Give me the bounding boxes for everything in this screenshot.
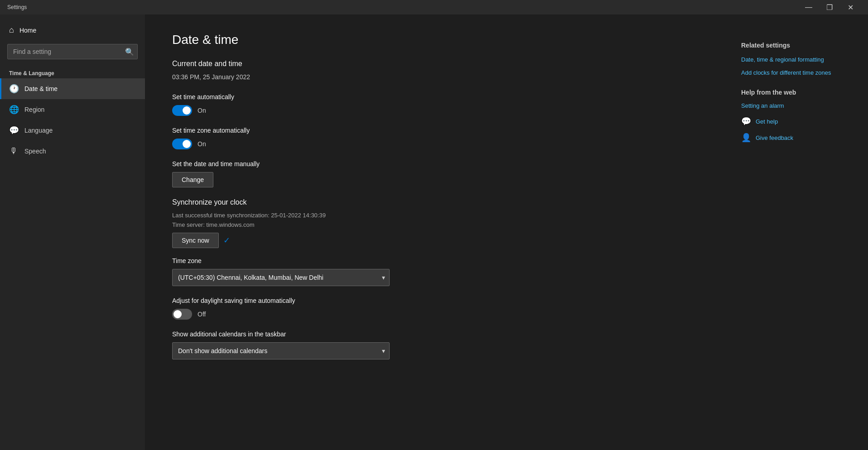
clock-icon: 🕐	[9, 84, 18, 94]
search-input[interactable]	[7, 44, 138, 59]
sync-now-button[interactable]: Sync now	[172, 233, 219, 248]
language-icon: 💬	[9, 125, 18, 135]
sidebar-item-speech[interactable]: 🎙 Speech	[0, 141, 145, 161]
sidebar: ⌂ Home 🔍 Time & Language 🕐 Date & time 🌐…	[0, 14, 145, 450]
right-panel: Related settings Date, time & regional f…	[723, 14, 868, 450]
sync-check-icon: ✓	[223, 235, 230, 245]
section-current-title: Current date and time	[172, 60, 696, 68]
toggle-thumb-2	[183, 140, 191, 148]
change-button[interactable]: Change	[172, 172, 213, 187]
app-body: ⌂ Home 🔍 Time & Language 🕐 Date & time 🌐…	[0, 14, 868, 450]
sync-server: Time server: time.windows.com	[172, 221, 696, 228]
toggle-thumb	[183, 106, 191, 115]
change-row: Change	[172, 172, 696, 187]
sync-title: Synchronize your clock	[172, 198, 696, 206]
set-time-auto-toggle[interactable]	[172, 105, 192, 116]
globe-icon: 🌐	[9, 105, 18, 115]
main-content: Date & time Current date and time 03:36 …	[145, 14, 723, 450]
sidebar-category: Time & Language	[0, 67, 145, 78]
set-timezone-auto-row: On	[172, 139, 696, 149]
sidebar-item-date-time[interactable]: 🕐 Date & time	[0, 78, 145, 99]
app-title: Settings	[7, 4, 27, 10]
search-icon[interactable]: 🔍	[125, 48, 134, 56]
get-help-text: Get help	[756, 118, 778, 125]
sidebar-item-label-speech: Speech	[24, 148, 46, 155]
home-icon: ⌂	[9, 25, 14, 35]
sidebar-item-language[interactable]: 💬 Language	[0, 120, 145, 141]
timezone-dropdown-wrap: (UTC+05:30) Chennai, Kolkata, Mumbai, Ne…	[172, 269, 390, 286]
toggle-thumb-3	[174, 310, 182, 318]
give-feedback-link-row[interactable]: 👤 Give feedback	[741, 133, 850, 143]
timezone-label: Time zone	[172, 257, 696, 264]
close-button[interactable]: ✕	[840, 0, 861, 14]
restore-button[interactable]: ❐	[819, 0, 840, 14]
additional-cal-dropdown-wrap: Don't show additional calendarsSimplifie…	[172, 342, 390, 359]
titlebar: Settings — ❐ ✕	[0, 0, 868, 14]
help-link-alarm[interactable]: Setting an alarm	[741, 102, 850, 109]
set-manual-label: Set the date and time manually	[172, 160, 696, 168]
daylight-state: Off	[198, 311, 206, 318]
feedback-icon: 👤	[741, 133, 751, 143]
search-container: 🔍	[7, 44, 138, 59]
timezone-section: Time zone (UTC+05:30) Chennai, Kolkata, …	[172, 257, 696, 286]
daylight-toggle[interactable]	[172, 309, 192, 320]
mic-icon: 🎙	[9, 146, 18, 156]
sidebar-item-label-region: Region	[24, 106, 44, 113]
get-help-link-row[interactable]: 💬 Get help	[741, 116, 850, 126]
timezone-dropdown[interactable]: (UTC+05:30) Chennai, Kolkata, Mumbai, Ne…	[172, 269, 390, 286]
additional-cal-section: Show additional calendars in the taskbar…	[172, 330, 696, 359]
page-title: Date & time	[172, 33, 696, 47]
daylight-label: Adjust for daylight saving time automati…	[172, 297, 696, 304]
set-timezone-auto-state: On	[198, 140, 206, 148]
sidebar-item-home[interactable]: ⌂ Home	[0, 20, 145, 40]
current-datetime: 03:36 PM, 25 January 2022	[172, 73, 696, 81]
window-controls: — ❐ ✕	[798, 0, 861, 14]
sidebar-item-label-language: Language	[24, 127, 53, 134]
related-link-clocks[interactable]: Add clocks for different time zones	[741, 69, 850, 76]
set-time-auto-label: Set time automatically	[172, 93, 696, 101]
daylight-row: Off	[172, 309, 696, 320]
set-timezone-auto-toggle[interactable]	[172, 139, 192, 149]
get-help-icon: 💬	[741, 116, 751, 126]
daylight-section: Adjust for daylight saving time automati…	[172, 297, 696, 320]
set-time-auto-row: On	[172, 105, 696, 116]
sidebar-item-region[interactable]: 🌐 Region	[0, 99, 145, 120]
additional-cal-dropdown[interactable]: Don't show additional calendarsSimplifie…	[172, 342, 390, 359]
additional-cal-label: Show additional calendars in the taskbar	[172, 330, 696, 338]
sync-last: Last successful time synchronization: 25…	[172, 212, 696, 219]
sidebar-item-label-date-time: Date & time	[24, 85, 58, 92]
set-time-auto-state: On	[198, 107, 206, 114]
related-settings-title: Related settings	[741, 42, 850, 49]
set-timezone-auto-label: Set time zone automatically	[172, 127, 696, 134]
get-help-row: 💬 Get help 👤 Give feedback	[741, 116, 850, 143]
minimize-button[interactable]: —	[798, 0, 819, 14]
home-label: Home	[19, 27, 36, 34]
feedback-text: Give feedback	[756, 134, 793, 141]
related-link-formatting[interactable]: Date, time & regional formatting	[741, 56, 850, 63]
help-title: Help from the web	[741, 89, 850, 96]
sync-row: Sync now ✓	[172, 233, 696, 248]
